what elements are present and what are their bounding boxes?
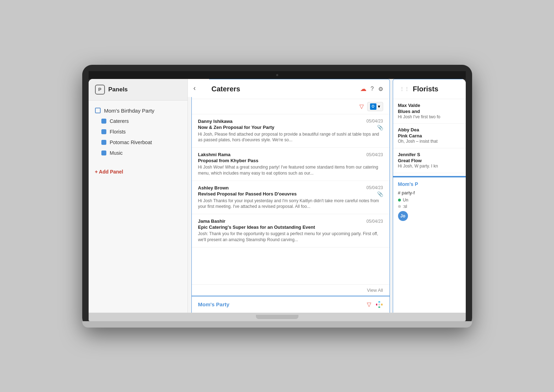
florists-panel-header: ⋮⋮ Florists (393, 79, 466, 99)
view-all-row: View All (192, 284, 390, 296)
email-date: 05/04/23 (366, 119, 383, 124)
caterers-panel-footer: Mom's Party ▽ (192, 296, 390, 313)
panel-label-music: Music (110, 150, 123, 156)
panel-icon-potomac (101, 140, 106, 145)
email-header: Lakshmi Rama 05/04/23 (198, 152, 383, 157)
email-subject: Revised Proposal for Passed Hors D'oeuvr… (198, 191, 297, 197)
panel-label-potomac: Potomac Riverboat (110, 140, 152, 145)
florists-section-title: Mom's P (398, 181, 418, 187)
sidebar-group-mom-birthday[interactable]: Mom's Birthday Party (89, 106, 188, 116)
email-sender: Jama Bashir (198, 218, 225, 224)
email-subject-row: Now & Zen Proposal for Your Party 📎 (198, 125, 383, 130)
attachment-icon: 📎 (377, 191, 383, 197)
outlook-dropdown-arrow: ▾ (378, 104, 380, 109)
svg-rect-4 (378, 303, 380, 306)
email-subject-row: Proposal from Khyber Pass (198, 158, 383, 163)
florists-email-item-max[interactable]: Max Valde Blues and Hi Josh I've first t… (393, 99, 466, 124)
florists-section-header: Mom's P (393, 177, 466, 189)
email-subject: Epic Catering's Super Ideas for an Outst… (198, 225, 315, 230)
email-preview: Hi Josh, W party. I kn (398, 163, 461, 169)
email-item-ashley[interactable]: Ashley Brown 05/04/23 Revised Proposal f… (192, 181, 390, 215)
panel-icon-music (101, 150, 106, 155)
email-subject-row: Epic Catering's Super Ideas for an Outst… (198, 225, 383, 230)
email-header: Ashley Brown 05/04/23 (198, 185, 383, 191)
panel-label-caterers: Caterers (110, 118, 129, 124)
email-sender: Lakshmi Rama (198, 152, 231, 157)
view-all-link[interactable]: View All (367, 288, 383, 293)
footer-label: Mom's Party (198, 301, 230, 307)
back-button[interactable]: ‹ (194, 84, 196, 92)
add-panel-button[interactable]: + Add Panel (89, 165, 188, 179)
online-status-icon (398, 199, 401, 201)
settings-icon[interactable]: ⚙ (378, 86, 383, 92)
florists-panel: ⋮⋮ Florists Max Valde Blues and Hi Josh … (393, 79, 466, 313)
svg-rect-2 (378, 306, 380, 308)
add-panel-label: + Add Panel (95, 169, 123, 175)
email-subject: Pink Carna (398, 133, 461, 138)
florists-email-item-jennifer[interactable]: Jennifer S Great Flow Hi Josh, W party. … (393, 148, 466, 173)
slack-icon[interactable] (375, 301, 383, 308)
email-item-lakshmi[interactable]: Lakshmi Rama 05/04/23 Proposal from Khyb… (192, 148, 390, 181)
sidebar-item-florists[interactable]: Florists (89, 126, 188, 137)
panels-area: ‹ ⋮⋮ Caterers ☁ ? ⚙ ▽ (188, 79, 466, 313)
group-label: Mom's Birthday Party (104, 108, 155, 114)
florists-panel-title: Florists (413, 85, 459, 93)
slack-channel[interactable]: # party-f (393, 189, 466, 197)
panels-logo: P (95, 85, 105, 95)
email-sender: Max Valde (398, 103, 420, 108)
slack-item-label: :sl (403, 204, 407, 209)
caterers-panel-header: ⋮⋮ Caterers ☁ ? ⚙ (192, 79, 390, 99)
caterers-email-list: Danny Ishikawa 05/04/23 Now & Zen Propos… (192, 114, 390, 284)
avatar: Jo (398, 211, 408, 221)
email-preview: Hi Josh, Please find attached our propos… (198, 131, 383, 143)
panel-icon-caterers (101, 119, 106, 124)
slack-item-1[interactable]: Un (393, 197, 466, 203)
email-preview: Oh, Josh – insist that (398, 138, 461, 144)
email-sender: Danny Ishikawa (198, 119, 233, 124)
caterers-panel: ⋮⋮ Caterers ☁ ? ⚙ ▽ O ▾ (191, 79, 390, 313)
email-subject: Now & Zen Proposal for Your Party (198, 125, 275, 130)
svg-rect-1 (378, 301, 380, 302)
drag-handle-florists-icon: ⋮⋮ (399, 86, 409, 92)
slack-item-label: Un (403, 198, 408, 203)
email-date: 05/04/23 (366, 185, 383, 190)
email-date: 05/04/23 (366, 219, 383, 224)
panel-icon-florists (101, 129, 106, 134)
group-icon (95, 108, 101, 113)
online-status-icon (398, 205, 401, 208)
email-subject: Blues and (398, 109, 461, 114)
sidebar-item-potomac[interactable]: Potomac Riverboat (89, 137, 188, 148)
panel-icon-group: ☁ ? ⚙ (360, 85, 383, 93)
florists-email-item-abby[interactable]: Abby Dea Pink Carna Oh, Josh – insist th… (393, 124, 466, 148)
email-preview: Josh: Thank you for the opportunity to s… (198, 231, 383, 243)
email-sender: Ashley Brown (198, 185, 229, 191)
email-subject: Proposal from Khyber Pass (198, 158, 259, 163)
footer-filter-icon[interactable]: ▽ (367, 301, 371, 308)
sidebar-section: Mom's Birthday Party Caterers Florists P… (89, 101, 188, 161)
email-item-danny[interactable]: Danny Ishikawa 05/04/23 Now & Zen Propos… (192, 114, 390, 148)
svg-rect-0 (376, 303, 377, 306)
email-preview: Hi Josh Thanks for your input yesterday … (198, 198, 383, 210)
email-header: Max Valde (398, 103, 461, 108)
email-preview: Hi Josh I've first two fo (398, 114, 461, 120)
email-item-jama[interactable]: Jama Bashir 05/04/23 Epic Catering's Sup… (192, 214, 390, 248)
outlook-logo-icon: O (370, 103, 376, 110)
cloud-sync-icon[interactable]: ☁ (360, 85, 366, 93)
email-subject: Great Flow (398, 158, 461, 163)
email-preview: Hi Josh Wow! What a great sounding party… (198, 164, 383, 176)
email-header: Jennifer S (398, 152, 461, 157)
sidebar-item-music[interactable]: Music (89, 148, 188, 158)
sidebar: P Panels Mom's Birthday Party Caterers (89, 79, 188, 313)
help-icon[interactable]: ? (371, 86, 374, 92)
florists-email-list: Max Valde Blues and Hi Josh I've first t… (393, 99, 466, 313)
filter-icon[interactable]: ▽ (359, 103, 364, 110)
slack-item-2[interactable]: :sl (393, 203, 466, 210)
caterers-filter-bar: ▽ O ▾ (192, 99, 390, 114)
email-header: Danny Ishikawa 05/04/23 (198, 119, 383, 124)
outlook-button[interactable]: O ▾ (367, 102, 383, 111)
caterers-panel-title: Caterers (212, 85, 360, 93)
sidebar-item-caterers[interactable]: Caterers (89, 116, 188, 126)
email-subject-row: Revised Proposal for Passed Hors D'oeuvr… (198, 191, 383, 197)
email-header: Abby Dea (398, 127, 461, 132)
panel-label-florists: Florists (110, 129, 126, 135)
